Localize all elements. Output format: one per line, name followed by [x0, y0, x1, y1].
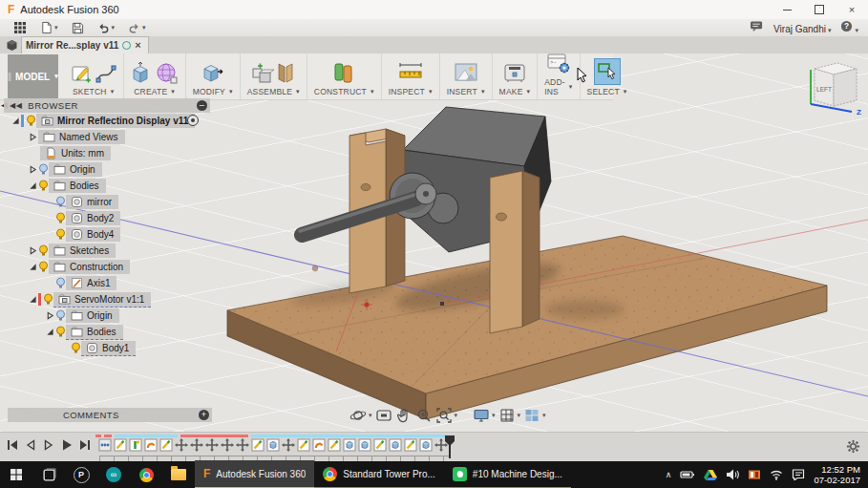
- visibility-bulb-icon[interactable]: [38, 261, 49, 273]
- toolbar-group-create[interactable]: CREATE▾: [124, 53, 186, 99]
- action-center-icon[interactable]: [792, 469, 805, 480]
- undo-button[interactable]: ▾: [97, 21, 116, 34]
- expand-icon[interactable]: [44, 311, 55, 320]
- tree-row-servomotor[interactable]: ServoMotor v1:1: [4, 291, 223, 308]
- active-component-radio[interactable]: [187, 115, 199, 126]
- form-sphere-icon[interactable]: [156, 60, 179, 85]
- maximize-button[interactable]: [803, 0, 836, 19]
- press-pull-icon[interactable]: [201, 60, 225, 85]
- look-at-button[interactable]: [375, 407, 392, 424]
- extrude-feature-icon[interactable]: [266, 438, 280, 452]
- comments-expand-icon[interactable]: +: [199, 410, 209, 420]
- expand-icon[interactable]: [27, 263, 38, 271]
- data-panel-toggle[interactable]: [13, 21, 27, 34]
- sketch-feature-icon[interactable]: [328, 438, 341, 452]
- tray-expand-chevron[interactable]: ∧: [666, 470, 672, 479]
- play-button[interactable]: [60, 438, 74, 452]
- sketch-feature-icon[interactable]: [159, 438, 173, 452]
- sketch-feature-icon[interactable]: [373, 438, 387, 452]
- visibility-bulb-icon[interactable]: [55, 212, 66, 224]
- timeline-settings-gear-icon[interactable]: [846, 439, 860, 454]
- toolbar-group-construct[interactable]: CONSTRUCT▾: [307, 53, 382, 99]
- addins-icon[interactable]: >-: [546, 51, 571, 75]
- pan-button[interactable]: [395, 407, 413, 424]
- viewcube-right-face[interactable]: [834, 69, 857, 106]
- expand-icon[interactable]: [27, 181, 38, 190]
- battery-icon[interactable]: [680, 469, 695, 480]
- visibility-bulb-icon[interactable]: [55, 228, 66, 241]
- green-feature-icon[interactable]: [129, 438, 142, 452]
- orange-feature-icon[interactable]: [144, 438, 158, 452]
- arduino-icon[interactable]: ∞: [97, 461, 130, 488]
- expand-icon[interactable]: [27, 295, 38, 304]
- tree-row-bodies[interactable]: Bodies: [4, 178, 223, 194]
- step-back-button[interactable]: [24, 438, 37, 452]
- model-viewport[interactable]: || MODEL▾ SKETCH▾ CREATE▾ MODIFY▾: [0, 53, 868, 432]
- processing-icon[interactable]: P: [65, 461, 97, 488]
- toolbar-group-insert[interactable]: INSERT▾: [440, 53, 493, 99]
- zoom-button[interactable]: [415, 407, 433, 424]
- minimize-button[interactable]: [771, 0, 803, 19]
- move-feature-icon[interactable]: [190, 438, 203, 452]
- go-to-end-button[interactable]: [78, 438, 92, 452]
- toolbar-group-inspect[interactable]: INSPECT▾: [382, 53, 440, 99]
- orange-feature-icon[interactable]: [312, 438, 326, 452]
- new-component-icon[interactable]: [251, 60, 274, 85]
- taskbar-app-fusion[interactable]: F Autodesk Fusion 360: [195, 460, 314, 488]
- visibility-bulb-icon[interactable]: [38, 244, 49, 257]
- orbit-button[interactable]: ▾: [349, 407, 372, 424]
- gdrive-icon[interactable]: [704, 469, 717, 480]
- browser-header[interactable]: ◀◀ BROWSER –: [4, 98, 210, 113]
- spline-icon[interactable]: [95, 62, 116, 85]
- extrude-feature-icon[interactable]: [389, 438, 402, 452]
- select-tool-icon[interactable]: [594, 58, 621, 85]
- go-to-start-button[interactable]: [6, 438, 19, 452]
- 3d-print-icon[interactable]: [502, 60, 527, 85]
- toolbar-group-make[interactable]: MAKE▾: [493, 53, 539, 99]
- insert-image-icon[interactable]: [454, 60, 478, 85]
- chrome-icon[interactable]: [130, 461, 162, 488]
- tree-row-body2[interactable]: Body2: [4, 210, 223, 226]
- comments-panel[interactable]: COMMENTS +: [8, 408, 212, 422]
- expand-icon[interactable]: [27, 246, 38, 255]
- notifications-icon[interactable]: [750, 19, 764, 36]
- expand-icon[interactable]: [27, 165, 38, 174]
- visibility-bulb-icon[interactable]: [26, 115, 36, 127]
- tree-row-body4[interactable]: Body4: [4, 226, 223, 243]
- save-button[interactable]: [72, 21, 84, 34]
- timeline-playhead[interactable]: [444, 435, 455, 458]
- box-icon[interactable]: [131, 60, 154, 85]
- file-menu-button[interactable]: ▾: [40, 21, 58, 34]
- tree-row-mirror[interactable]: mirror: [4, 194, 223, 210]
- browser-dock-icon[interactable]: ◀◀: [10, 101, 22, 110]
- tab-close-icon[interactable]: ×: [135, 40, 140, 51]
- tree-row-named-views[interactable]: Named Views: [4, 129, 223, 145]
- view-cube[interactable]: LEFT Z: [800, 56, 865, 116]
- grid-settings-button[interactable]: ▾: [498, 407, 521, 424]
- expand-icon[interactable]: [44, 328, 55, 336]
- tree-row-units[interactable]: Units: mm: [4, 145, 223, 161]
- help-menu[interactable]: ▾: [840, 19, 858, 36]
- expand-icon[interactable]: [27, 133, 38, 141]
- workspace-switcher[interactable]: || MODEL▾: [8, 54, 58, 98]
- display-settings-button[interactable]: ▾: [473, 407, 496, 424]
- taskbar-app-chrome[interactable]: Standard Tower Pro...: [314, 460, 444, 488]
- expand-icon[interactable]: [10, 117, 21, 125]
- step-forward-button[interactable]: [42, 438, 55, 452]
- construct-plane-icon[interactable]: [331, 60, 356, 85]
- close-button[interactable]: ×: [836, 0, 868, 19]
- visibility-bulb-icon[interactable]: [38, 180, 49, 192]
- measure-icon[interactable]: [397, 60, 424, 85]
- start-button[interactable]: [0, 461, 32, 488]
- tree-row-construction[interactable]: Construction: [4, 259, 223, 275]
- sketch-feature-icon[interactable]: [114, 438, 127, 452]
- sketch-icon[interactable]: [71, 62, 94, 85]
- move-feature-icon[interactable]: [205, 438, 219, 452]
- taskbar-clock[interactable]: 12:52 PM 07-02-2017: [814, 464, 860, 485]
- redo-button[interactable]: ▾: [128, 21, 146, 34]
- tree-row-servo-bodies[interactable]: Bodies: [4, 324, 223, 340]
- toolbar-group-modify[interactable]: MODIFY▾: [186, 53, 241, 99]
- move-feature-icon[interactable]: [175, 438, 188, 452]
- browser-minimize-icon[interactable]: –: [197, 100, 207, 111]
- task-view-button[interactable]: [32, 461, 65, 488]
